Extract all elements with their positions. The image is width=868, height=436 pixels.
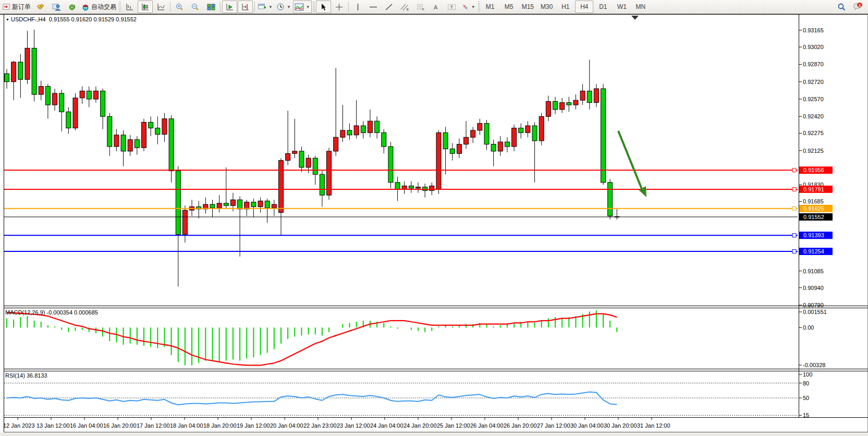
candlestick-chart-button[interactable] <box>138 1 153 13</box>
level-handle[interactable] <box>792 168 796 172</box>
candle-down <box>313 158 317 174</box>
level-handle[interactable] <box>792 187 796 191</box>
candle-down <box>5 74 9 82</box>
candle-up <box>525 126 530 132</box>
svg-text:0.91254: 0.91254 <box>803 248 824 255</box>
candle-down <box>155 128 160 134</box>
arrows-icon <box>461 3 469 11</box>
candle-down <box>361 126 365 132</box>
candle-up <box>182 210 187 235</box>
macd-indicator-label: MACD(12,26,9) -0.000354 0.000685 <box>5 309 98 316</box>
time-label: 26 Jan 04:00 <box>470 422 504 429</box>
level-lines[interactable] <box>4 168 798 253</box>
search-button[interactable] <box>834 1 849 13</box>
candle-up <box>354 126 359 135</box>
svg-text:0.92420: 0.92420 <box>803 113 824 119</box>
chevron-down-icon: ▼ <box>306 5 310 9</box>
annotation-arrow[interactable] <box>618 131 646 197</box>
candle-up <box>478 124 482 130</box>
timeframe-m1[interactable]: M1 <box>481 1 499 13</box>
alerts-button[interactable] <box>64 1 79 13</box>
main-toolbar: 新订单 自动交易 <box>0 0 868 14</box>
chart-shift-button[interactable] <box>238 1 253 13</box>
timeframe-h4[interactable]: H4 <box>575 1 593 13</box>
notifications-button[interactable]: 1 <box>850 1 865 13</box>
candle-up <box>73 98 78 128</box>
auto-trading-icon <box>81 3 90 11</box>
level-handle[interactable] <box>792 234 796 237</box>
vertical-line-tool-button[interactable] <box>350 1 365 13</box>
arrows-tool-button[interactable]: ▼ <box>460 1 477 13</box>
toolbar-drag-handle[interactable] <box>313 2 315 12</box>
candle-up <box>258 201 263 207</box>
candle-up <box>25 48 30 79</box>
level-handle[interactable] <box>792 250 796 253</box>
candle-up <box>457 144 461 154</box>
auto-trading-button[interactable]: 自动交易 <box>80 1 118 13</box>
timeframe-m15[interactable]: M15 <box>519 1 537 13</box>
candle-down <box>224 203 228 205</box>
timeframe-m5[interactable]: M5 <box>500 1 518 13</box>
time-axis[interactable]: 12 Jan 202313 Jan 12:0016 Jan 04:0016 Ja… <box>3 418 670 429</box>
bar-chart-button[interactable] <box>122 1 137 13</box>
time-label: 16 Jan 04:00 <box>70 422 103 429</box>
chevron-down-icon: ▼ <box>268 5 273 9</box>
chart-title[interactable]: ▼ USDCHF-,H4 0.91555 0.91620 0.91529 0.9… <box>6 16 137 22</box>
chart-canvas[interactable]: 0.931650.930200.928700.927200.925700.924… <box>0 0 868 436</box>
period-clock-icon <box>276 3 285 11</box>
trendline-tool-button[interactable] <box>382 1 397 13</box>
period-button[interactable]: ▼ <box>275 1 292 13</box>
line-chart-button[interactable] <box>153 1 168 13</box>
candle-down <box>135 140 139 148</box>
shift-marker[interactable] <box>631 16 639 20</box>
gold-symbols-button[interactable] <box>33 1 48 13</box>
channel-tool-button[interactable]: E <box>397 1 412 13</box>
time-label: 17 Jan 12:00 <box>137 422 170 429</box>
toolbar-drag-handle[interactable] <box>478 2 480 12</box>
candle-up <box>114 135 119 147</box>
auto-scroll-button[interactable] <box>222 1 237 13</box>
tile-windows-button[interactable] <box>203 1 218 13</box>
timeframe-m30[interactable]: M30 <box>537 1 556 13</box>
candle-down <box>587 91 592 102</box>
candle-up <box>53 93 57 105</box>
zoom-out-button[interactable] <box>188 1 203 13</box>
timeframe-h1[interactable]: H1 <box>556 1 574 13</box>
timeframe-w1[interactable]: W1 <box>613 1 631 13</box>
market-watch-button[interactable] <box>48 1 64 13</box>
crosshair-tool-button[interactable] <box>332 1 347 13</box>
candle-up <box>368 121 372 132</box>
candle-up <box>416 187 421 188</box>
cursor-tool-button[interactable] <box>316 1 331 13</box>
candle-up <box>39 87 43 95</box>
rsi-indicator-label: RSI(14) 36.8133 <box>5 372 47 379</box>
candle-down <box>553 101 558 110</box>
line-chart-icon <box>157 3 165 11</box>
candle-down <box>176 171 180 235</box>
level-handle[interactable] <box>792 207 796 210</box>
channel-icon: E <box>400 3 409 11</box>
candle-up <box>327 151 332 195</box>
templates-button[interactable]: ▼ <box>293 1 312 13</box>
auto-trading-label: 自动交易 <box>91 3 116 11</box>
candle-down <box>395 183 400 189</box>
cursor-icon <box>320 3 327 11</box>
horizontal-line-tool-button[interactable] <box>366 1 381 13</box>
symbol-dropdown-icon[interactable]: ▼ <box>6 18 9 21</box>
timeframe-mn[interactable]: MN <box>631 1 650 13</box>
text-tool-button[interactable]: A <box>429 1 444 13</box>
toolbar-drag-handle[interactable] <box>119 2 121 12</box>
chart-frame <box>0 15 868 432</box>
zoom-in-button[interactable] <box>172 1 187 13</box>
svg-text:E: E <box>407 8 409 11</box>
chevron-down-icon: ▼ <box>471 5 475 9</box>
candle-up <box>142 122 146 148</box>
fibonacci-tool-button[interactable]: F <box>413 1 428 13</box>
new-order-button[interactable]: 新订单 <box>1 1 32 13</box>
text-label-tool-button[interactable]: T <box>444 1 459 13</box>
svg-text:0.93020: 0.93020 <box>803 44 824 50</box>
new-chart-button[interactable]: ▼ <box>256 1 274 13</box>
macd-signal-line <box>7 312 617 365</box>
candle-down <box>491 144 496 151</box>
timeframe-d1[interactable]: D1 <box>594 1 612 13</box>
